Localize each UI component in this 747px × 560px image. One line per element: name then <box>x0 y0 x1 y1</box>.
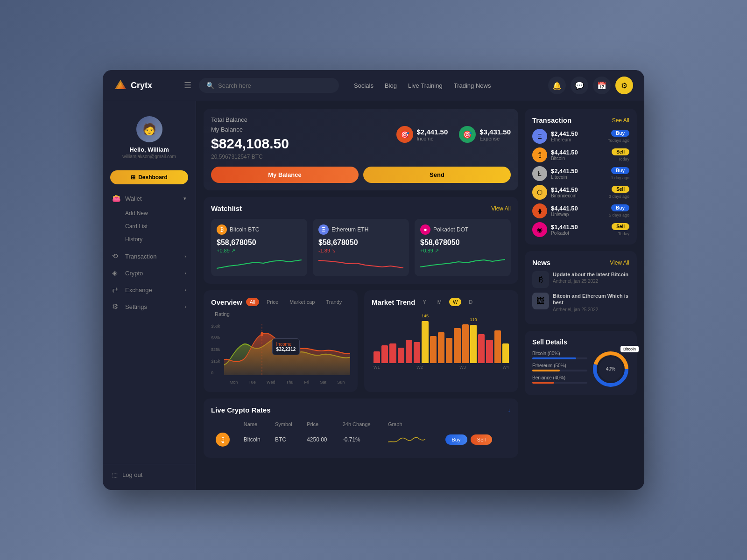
nav-trading-news[interactable]: Trading News <box>454 82 491 89</box>
buy-button-row[interactable]: Buy <box>445 434 467 445</box>
watchlist-header: Watchlist View All <box>211 204 511 212</box>
my-balance-button[interactable]: My Balance <box>211 167 359 183</box>
bar-15 <box>486 340 493 363</box>
bar-2 <box>381 345 388 363</box>
transaction-list: Ξ $2,441.50 Ethereum Buy Todays ago <box>532 129 629 237</box>
filter-price[interactable]: Price <box>263 298 282 306</box>
row-name: Bitcoin <box>240 430 270 449</box>
logout-item[interactable]: ⬚ Log out <box>103 467 196 483</box>
filter-month[interactable]: M <box>434 298 445 306</box>
sidebar-divider <box>103 464 196 464</box>
search-input[interactable] <box>218 82 331 89</box>
bar-13-label: 110 <box>470 317 477 322</box>
chart-tooltip: Income $32,2312 <box>272 338 300 355</box>
search-bar[interactable]: 🔍 <box>199 78 339 93</box>
chevron-right-icon: › <box>184 253 186 259</box>
col-icon <box>212 420 239 429</box>
watchlist-view-all[interactable]: View All <box>491 205 511 212</box>
row-icon-cell: ₿ <box>212 430 239 449</box>
filter-year[interactable]: Y <box>419 298 430 306</box>
transaction-card: Transaction See All Ξ $2,441.50 Ethereum… <box>525 109 637 245</box>
legend-binance-bar <box>532 382 554 384</box>
filter-week[interactable]: W <box>449 298 461 306</box>
overview-header: Overview All Price Market cap Trandy Rat… <box>211 298 350 318</box>
filter-rating[interactable]: Rating <box>211 310 233 318</box>
tx-ltc-action: Buy 1 day ago <box>611 167 629 180</box>
tx-eth-badge[interactable]: Buy <box>611 130 629 137</box>
main-layout: 🧑 Hello, William williamjakson@gmail.com… <box>103 101 644 490</box>
settings-icon: ⚙ <box>112 302 120 311</box>
balance-amount: $824,108.50 <box>211 136 289 152</box>
bar-8 <box>430 336 437 363</box>
filter-all[interactable]: All <box>246 298 259 306</box>
wallet-label: Wallet <box>125 195 142 202</box>
sidebar-item-add-new[interactable]: Add New <box>103 207 196 220</box>
bitcoin-row-icon: ₿ <box>216 433 230 447</box>
tx-uni-badge[interactable]: Buy <box>611 204 629 211</box>
transaction-title: Transaction <box>532 116 571 124</box>
tx-item-eth: Ξ $2,441.50 Ethereum Buy Todays ago <box>532 129 629 144</box>
chevron-right-icon2: › <box>184 270 186 276</box>
watch-item-dot: ● Polkadot DOT $58,678050 +0.89 ↗ <box>415 219 511 276</box>
tx-uni-amount: $4,441.50 <box>551 205 605 212</box>
rates-header: Live Crypto Rates ↓ <box>211 406 511 414</box>
news-date-2: Antheriel, jan 25 2022 <box>553 307 629 312</box>
balance-stats: 🎯 $2,441.50 Income 🎯 $3,431.50 <box>396 126 511 143</box>
tx-ltc-info: $2,441.50 Litecoin <box>551 168 607 180</box>
bar-6 <box>414 342 420 363</box>
tx-bnb-badge[interactable]: Sell <box>612 186 629 193</box>
btc-chart <box>217 257 302 271</box>
sidebar-item-card-list[interactable]: Card List <box>103 220 196 233</box>
col-price: Price <box>303 420 338 429</box>
tx-item-ltc: Ł $2,441.50 Litecoin Buy 1 day ago <box>532 166 629 181</box>
chevron-down-icon: ▾ <box>183 196 186 202</box>
legend-binance: Beniance (40%) <box>532 375 587 384</box>
filter-marketcap[interactable]: Market cap <box>286 298 318 306</box>
settings-button[interactable]: ⚙ <box>615 77 633 94</box>
calendar-button[interactable]: 📅 <box>593 77 611 94</box>
sell-details-title: Sell Details <box>532 338 629 346</box>
tx-ltc-badge[interactable]: Buy <box>611 167 629 174</box>
sidebar-item-settings[interactable]: ⚙ Settings › <box>103 298 196 315</box>
news-view-all[interactable]: View All <box>610 259 629 266</box>
sidebar-item-transaction[interactable]: ⟲ Transaction › <box>103 248 196 265</box>
transaction-header: Transaction See All <box>532 116 629 124</box>
tx-dot-action: Sell Today <box>612 223 629 236</box>
nav-live-training[interactable]: Live Training <box>408 82 443 89</box>
my-balance-label: My Balance <box>211 126 289 133</box>
transaction-see-all[interactable]: See All <box>612 117 629 124</box>
exchange-icon: ⇄ <box>112 286 120 294</box>
market-trend-header: Market Trend Y M W D <box>372 298 511 306</box>
transaction-icon: ⟲ <box>112 252 120 260</box>
sell-button-row[interactable]: Sell <box>471 434 492 445</box>
dashboard-icon: ⊞ <box>131 174 135 181</box>
rates-table: Name Symbol Price 24h Change Graph <box>211 419 511 450</box>
hamburger-icon[interactable]: ☰ <box>184 80 191 91</box>
sidebar-item-history[interactable]: History <box>103 233 196 246</box>
news-title-1: Update about the latest Bitcoin <box>553 271 628 278</box>
dashboard-button[interactable]: ⊞ Deshboard <box>110 170 188 184</box>
nav-socials[interactable]: Socials <box>354 82 374 89</box>
sidebar-item-wallet[interactable]: 👛 Wallet ▾ <box>103 190 196 207</box>
sidebar-item-exchange[interactable]: ⇄ Exchange › <box>103 281 196 298</box>
send-button[interactable]: Send <box>363 167 511 183</box>
bell-button[interactable]: 🔔 <box>548 77 566 94</box>
tx-uni-icon: ⧫ <box>532 203 547 218</box>
nav-blog[interactable]: Blog <box>385 82 397 89</box>
news-title: News <box>532 259 550 266</box>
eth-change: -1.89 ↘ <box>318 248 403 254</box>
sidebar-item-crypto[interactable]: ◈ Crypto › <box>103 265 196 281</box>
filter-day[interactable]: D <box>465 298 476 306</box>
filter-trandy[interactable]: Trandy <box>322 298 345 306</box>
tx-ltc-icon: Ł <box>532 166 547 181</box>
overview-chart: $50k $35k $25k $15k 0 <box>211 324 350 385</box>
mini-chart <box>388 433 437 447</box>
news-card: News View All ₿ Update about the latest … <box>525 251 637 324</box>
tx-btc-badge[interactable]: Sell <box>612 148 629 155</box>
col-graph: Graph <box>384 420 441 429</box>
legend-bitcoin-bar <box>532 357 576 359</box>
tx-dot-badge[interactable]: Sell <box>612 223 629 230</box>
chat-button[interactable]: 💬 <box>571 77 588 94</box>
wallet-icon: 👛 <box>112 194 120 203</box>
bar-x-w3: W3 <box>459 365 466 370</box>
